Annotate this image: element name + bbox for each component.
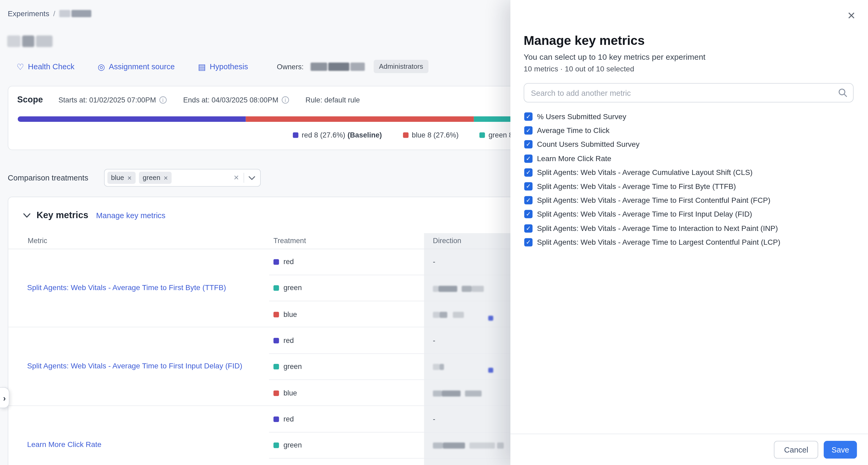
metric-checkbox-checked[interactable]: ✓ bbox=[524, 154, 532, 163]
metric-option[interactable]: ✓Split Agents: Web Vitals - Average Time… bbox=[524, 194, 857, 208]
legend-label: red 8 (27.6%) bbox=[302, 130, 345, 139]
document-icon: ▤ bbox=[198, 62, 206, 70]
metric-checkbox-checked[interactable]: ✓ bbox=[524, 113, 532, 121]
metric-checkbox-checked[interactable]: ✓ bbox=[524, 182, 532, 191]
metric-cell: Split Agents: Web Vitals - Average Time … bbox=[8, 249, 269, 327]
redacted-direction-value bbox=[433, 362, 493, 371]
close-icon[interactable]: × bbox=[847, 9, 855, 22]
metric-checkbox-checked[interactable]: ✓ bbox=[524, 140, 532, 149]
treatment-cell: blue bbox=[269, 458, 424, 465]
legend-swatch bbox=[403, 132, 408, 138]
clear-selection-icon[interactable]: × bbox=[234, 173, 239, 182]
treatment-swatch bbox=[274, 338, 279, 344]
treatment-cell: blue bbox=[269, 301, 424, 327]
info-icon[interactable]: i bbox=[282, 96, 289, 103]
metric-option[interactable]: ✓Split Agents: Web Vitals - Average Time… bbox=[524, 179, 857, 194]
nav-item-label: Hypothesis bbox=[210, 62, 248, 71]
treatment-name: red bbox=[283, 258, 294, 266]
redacted-page-title bbox=[7, 35, 53, 47]
chevron-right-icon: › bbox=[3, 393, 6, 402]
legend-swatch bbox=[479, 132, 485, 138]
metric-option[interactable]: ✓Split Agents: Web Vitals - Average Time… bbox=[524, 207, 857, 221]
nav-item-hypothesis[interactable]: ▤Hypothesis bbox=[198, 62, 248, 71]
treatment-name: green bbox=[283, 284, 302, 292]
treatment-cell: green bbox=[269, 275, 424, 301]
collapse-chevron-icon[interactable] bbox=[23, 213, 31, 217]
metric-search-input[interactable] bbox=[524, 83, 854, 103]
metric-option-label: Split Agents: Web Vitals - Average Time … bbox=[537, 224, 778, 232]
manage-key-metrics-drawer: × Manage key metrics You can select up t… bbox=[510, 0, 868, 465]
legend-baseline-label: (Baseline) bbox=[347, 130, 382, 139]
metric-link[interactable]: Split Agents: Web Vitals - Average Time … bbox=[27, 283, 226, 291]
rule-label: Rule: default rule bbox=[306, 95, 360, 104]
metric-option-label: Split Agents: Web Vitals - Average Cumul… bbox=[537, 168, 753, 176]
metric-option[interactable]: ✓Average Time to Click bbox=[524, 124, 857, 138]
treatment-name: blue bbox=[283, 310, 297, 318]
metric-option[interactable]: ✓Count Users Submitted Survey bbox=[524, 138, 857, 151]
breadcrumb-experiments-link[interactable]: Experiments bbox=[8, 9, 49, 18]
treatment-cell: green bbox=[269, 353, 424, 380]
legend-swatch bbox=[293, 132, 299, 138]
allocation-segment-blue bbox=[246, 116, 474, 122]
metric-option-label: % Users Submitted Survey bbox=[537, 113, 626, 121]
treatment-swatch bbox=[274, 259, 279, 265]
remove-chip-icon[interactable]: × bbox=[164, 174, 168, 181]
column-header-metric: Metric bbox=[8, 233, 269, 249]
nav-item-health-check[interactable]: ♡Health Check bbox=[17, 62, 74, 71]
metric-option[interactable]: ✓Learn More Click Rate bbox=[524, 151, 857, 166]
legend-label: blue 8 (27.6%) bbox=[412, 130, 458, 139]
metric-link[interactable]: Learn More Click Rate bbox=[27, 441, 101, 449]
metric-checkbox-checked[interactable]: ✓ bbox=[524, 224, 532, 232]
save-button[interactable]: Save bbox=[824, 441, 857, 459]
cancel-button[interactable]: Cancel bbox=[774, 441, 818, 459]
expand-panel-handle[interactable]: › bbox=[0, 387, 9, 408]
treatment-cell: blue bbox=[269, 380, 424, 406]
metric-checkbox-checked[interactable]: ✓ bbox=[524, 168, 532, 176]
starts-at: Starts at: 01/02/2025 07:00PMi bbox=[58, 95, 166, 104]
redacted-owner-name bbox=[310, 62, 365, 70]
info-icon[interactable]: i bbox=[159, 96, 166, 103]
direction-value: - bbox=[433, 415, 435, 423]
metric-link[interactable]: Split Agents: Web Vitals - Average Time … bbox=[27, 362, 242, 370]
direction-value: - bbox=[433, 258, 435, 266]
treatment-swatch bbox=[274, 390, 279, 396]
metric-option-label: Split Agents: Web Vitals - Average Time … bbox=[537, 238, 780, 246]
treatment-chip-blue[interactable]: blue× bbox=[107, 172, 135, 184]
metric-option[interactable]: ✓% Users Submitted Survey bbox=[524, 110, 857, 124]
metric-checkbox-checked[interactable]: ✓ bbox=[524, 238, 532, 246]
drawer-subtitle: You can select up to 10 key metrics per … bbox=[524, 53, 705, 61]
chip-label: blue bbox=[111, 174, 124, 181]
drawer-title: Manage key metrics bbox=[524, 33, 645, 48]
treatment-name: red bbox=[283, 415, 294, 423]
remove-chip-icon[interactable]: × bbox=[127, 174, 131, 181]
metric-checkbox-checked[interactable]: ✓ bbox=[524, 210, 532, 219]
metric-search bbox=[524, 83, 854, 103]
nav-item-label: Assignment source bbox=[109, 62, 175, 71]
app-root: Experiments / ♡Health Check◎Assignment s… bbox=[0, 0, 868, 465]
experiment-nav-links: ♡Health Check◎Assignment source▤Hypothes… bbox=[17, 62, 248, 71]
metric-checkbox-checked[interactable]: ✓ bbox=[524, 126, 532, 135]
metric-option[interactable]: ✓Split Agents: Web Vitals - Average Time… bbox=[524, 235, 857, 249]
treatment-swatch bbox=[274, 312, 279, 317]
metric-option[interactable]: ✓Split Agents: Web Vitals - Average Time… bbox=[524, 221, 857, 235]
selected-treatment-chips: blue×green× bbox=[107, 172, 172, 184]
select-divider bbox=[243, 173, 244, 183]
treatment-chip-green[interactable]: green× bbox=[139, 172, 172, 184]
comparison-treatments-select[interactable]: blue×green× × bbox=[104, 169, 260, 186]
treatment-swatch bbox=[274, 443, 279, 448]
treatment-cell: red bbox=[269, 406, 424, 432]
scope-title: Scope bbox=[17, 95, 43, 105]
metric-cell: Split Agents: Web Vitals - Average Time … bbox=[8, 327, 269, 406]
manage-key-metrics-link[interactable]: Manage key metrics bbox=[96, 211, 165, 220]
experiment-meta-row: ♡Health Check◎Assignment source▤Hypothes… bbox=[17, 59, 429, 74]
redacted-breadcrumb-item bbox=[59, 10, 91, 17]
search-icon bbox=[838, 88, 847, 97]
nav-item-assignment-source[interactable]: ◎Assignment source bbox=[98, 62, 175, 71]
metric-option[interactable]: ✓Split Agents: Web Vitals - Average Cumu… bbox=[524, 165, 857, 179]
ends-at-label: Ends at: 04/03/2025 08:00PM bbox=[183, 95, 278, 104]
key-metrics-title: Key metrics bbox=[37, 210, 88, 221]
treatment-name: blue bbox=[283, 388, 297, 397]
metric-options-list: ✓% Users Submitted Survey✓Average Time t… bbox=[524, 110, 857, 249]
breadcrumb: Experiments / bbox=[8, 9, 91, 18]
metric-checkbox-checked[interactable]: ✓ bbox=[524, 196, 532, 204]
